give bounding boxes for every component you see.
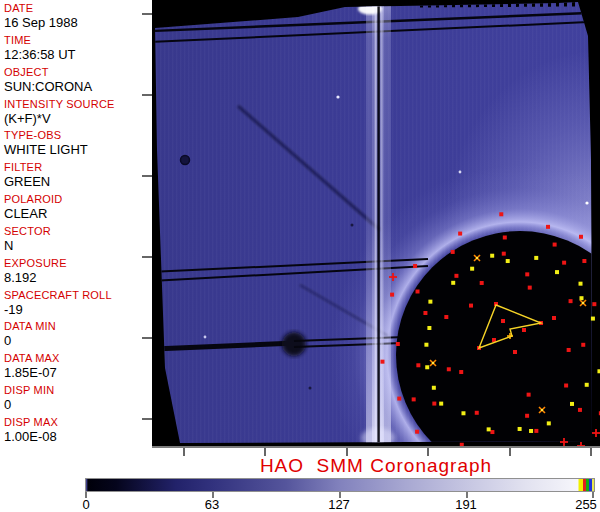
red-fiducial-dot bbox=[480, 281, 484, 285]
red-fiducial-dot bbox=[416, 363, 420, 367]
meta-spacecraft-roll: SPACECRAFT ROLL -19 bbox=[0, 287, 152, 319]
meta-data-min: DATA MIN 0 bbox=[0, 318, 152, 350]
meta-value: 1.85E-07 bbox=[4, 365, 152, 380]
yellow-fiducial-dot bbox=[579, 282, 583, 286]
red-fiducial-dot bbox=[459, 370, 463, 374]
meta-label: EXPOSURE bbox=[4, 257, 152, 270]
axis-tick bbox=[142, 256, 152, 258]
coronagraph-image bbox=[152, 0, 600, 446]
red-fiducial-dot bbox=[534, 429, 538, 433]
axis-tick bbox=[142, 94, 152, 96]
meta-value: 0 bbox=[4, 333, 152, 348]
meta-value: 12:36:58 UT bbox=[4, 47, 152, 62]
red-fiducial-dot bbox=[582, 259, 586, 263]
yellow-fiducial-dot bbox=[461, 411, 465, 415]
meta-type-obs: TYPE-OBS WHITE LIGHT bbox=[0, 127, 152, 159]
streak-bright-right bbox=[381, 8, 383, 444]
red-fiducial-dot bbox=[396, 342, 400, 346]
red-fiducial-dot bbox=[503, 235, 507, 239]
streak-bright-left bbox=[375, 8, 377, 444]
colorbar-label-191: 191 bbox=[455, 497, 477, 512]
meta-value: 1.00E-08 bbox=[4, 429, 152, 444]
meta-label: SPACECRAFT ROLL bbox=[4, 289, 152, 302]
red-fiducial-dot bbox=[415, 430, 419, 434]
meta-value: GREEN bbox=[4, 174, 152, 189]
red-fiducial-dot bbox=[578, 408, 582, 412]
dust-speck bbox=[309, 387, 312, 390]
meta-sector: SECTOR N bbox=[0, 223, 152, 255]
red-fiducial-dot bbox=[475, 411, 479, 415]
meta-label: DISP MIN bbox=[4, 384, 152, 397]
red-fiducial-dot bbox=[432, 402, 436, 406]
red-fiducial-dot bbox=[527, 393, 531, 397]
axis-tick bbox=[142, 13, 152, 15]
meta-intensity-source: INTENSITY SOURCE (K+F)*V bbox=[0, 96, 152, 128]
yellow-fiducial-dot bbox=[591, 317, 595, 321]
red-fiducial-dot bbox=[413, 264, 417, 268]
yellow-fiducial-dot bbox=[424, 343, 428, 347]
red-fiducial-dot bbox=[528, 286, 532, 290]
red-fiducial-dot bbox=[499, 212, 503, 216]
red-fiducial-dot bbox=[592, 302, 596, 306]
red-fiducial-dot bbox=[390, 293, 394, 297]
red-fiducial-dot bbox=[451, 250, 455, 254]
colorbar-label-0: 0 bbox=[82, 497, 89, 512]
red-fiducial-dot bbox=[458, 232, 462, 236]
yellow-fiducial-dot bbox=[555, 270, 559, 274]
meta-label: TIME bbox=[4, 34, 152, 47]
meta-time: TIME 12:36:58 UT bbox=[0, 32, 152, 64]
yellow-fiducial-dot bbox=[425, 365, 429, 369]
yellow-fiducial-dot bbox=[570, 402, 574, 406]
exposure-frame bbox=[152, 0, 600, 446]
meta-disp-min: DISP MIN 0 bbox=[0, 382, 152, 414]
red-fiducial-dot bbox=[397, 397, 401, 401]
coronagraph-image-panel bbox=[152, 0, 600, 448]
pylon-blob bbox=[282, 332, 306, 356]
yellow-fiducial-dot bbox=[490, 254, 494, 258]
meta-label: POLAROID bbox=[4, 193, 152, 206]
plot-title: HAO SMM Coronagraph bbox=[152, 455, 600, 477]
meta-polaroid: POLAROID CLEAR bbox=[0, 191, 152, 223]
red-fiducial-dot bbox=[579, 235, 583, 239]
speck-star bbox=[204, 336, 207, 339]
speck-star bbox=[585, 201, 588, 204]
red-fiducial-dot bbox=[581, 343, 585, 347]
red-fiducial-dot bbox=[552, 316, 556, 320]
red-fiducial-dot bbox=[546, 225, 550, 229]
red-fiducial-dot bbox=[525, 272, 529, 276]
meta-label: DATE bbox=[4, 2, 152, 15]
meta-exposure: EXPOSURE 8.192 bbox=[0, 255, 152, 287]
red-fiducial-dot bbox=[553, 243, 557, 247]
speck-star bbox=[336, 95, 339, 98]
yellow-fiducial-dot bbox=[534, 256, 538, 260]
meta-value: N bbox=[4, 238, 152, 253]
yellow-fiducial-dot bbox=[487, 427, 491, 431]
meta-label: DATA MAX bbox=[4, 352, 152, 365]
yellow-fiducial-dot bbox=[518, 427, 522, 431]
meta-object: OBJECT SUN:CORONA bbox=[0, 64, 152, 96]
yellow-fiducial-dot bbox=[470, 267, 474, 271]
meta-value: -19 bbox=[4, 302, 152, 317]
smm-coronagraph-viewer: DATE 16 Sep 1988 TIME 12:36:58 UT OBJECT… bbox=[0, 0, 600, 512]
meta-value: SUN:CORONA bbox=[4, 79, 152, 94]
meta-label: FILTER bbox=[4, 161, 152, 174]
red-fiducial-dot bbox=[447, 367, 451, 371]
red-fiducial-dot bbox=[460, 443, 464, 446]
meta-label: TYPE-OBS bbox=[4, 129, 152, 142]
colorbar-label-255: 255 bbox=[575, 497, 597, 512]
axis-tick bbox=[142, 418, 152, 420]
meta-label: OBJECT bbox=[4, 66, 152, 79]
yellow-fiducial-dot bbox=[579, 296, 583, 300]
meta-label: SECTOR bbox=[4, 225, 152, 238]
dust-speck bbox=[351, 224, 354, 227]
meta-value: (K+F)*V bbox=[4, 111, 152, 126]
yellow-fiducial-dot bbox=[427, 326, 431, 330]
red-fiducial-dot bbox=[490, 430, 494, 434]
red-fiducial-dot bbox=[423, 311, 427, 315]
yellow-fiducial-dot bbox=[451, 281, 455, 285]
red-fiducial-dot bbox=[469, 304, 473, 308]
red-fiducial-dot bbox=[513, 350, 517, 354]
red-fiducial-dot bbox=[380, 360, 384, 364]
streak-dark-line bbox=[377, 5, 379, 446]
red-fiducial-dot bbox=[416, 290, 420, 294]
